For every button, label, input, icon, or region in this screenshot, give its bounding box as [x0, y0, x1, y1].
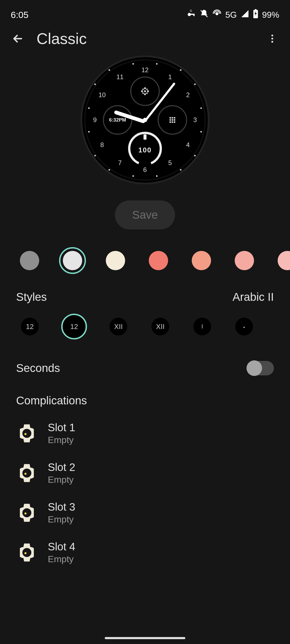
- hotspot-icon: [212, 9, 222, 20]
- complication-slot-value: Empty: [48, 435, 75, 445]
- complication-slot-1[interactable]: Slot 1Empty: [0, 414, 290, 453]
- styles-section-header: Styles Arabic II: [0, 281, 290, 310]
- battery-charging-icon: [253, 9, 258, 20]
- seconds-label: Seconds: [16, 362, 60, 375]
- svg-point-30: [22, 429, 31, 438]
- styles-label: Styles: [16, 291, 47, 303]
- color-swatch-1[interactable]: [63, 251, 82, 270]
- svg-point-31: [24, 433, 27, 435]
- color-swatch-3[interactable]: [149, 251, 168, 270]
- svg-rect-23: [172, 119, 173, 120]
- svg-rect-29: [143, 134, 146, 140]
- save-button[interactable]: Save: [115, 200, 175, 229]
- style-option-0[interactable]: 12: [21, 318, 39, 335]
- watch-slot-icon: [19, 462, 35, 484]
- color-swatch-row: [0, 240, 290, 281]
- svg-rect-2: [193, 14, 195, 16]
- color-swatch-6[interactable]: [278, 251, 290, 270]
- style-option-label: ·: [242, 321, 245, 333]
- seconds-row[interactable]: Seconds: [0, 349, 290, 388]
- svg-point-12: [144, 93, 146, 95]
- svg-rect-19: [169, 117, 171, 118]
- center-pin: [143, 118, 147, 122]
- preview-battery-value: 100: [138, 146, 151, 154]
- style-option-4[interactable]: I: [193, 318, 211, 335]
- complication-slot-title: Slot 4: [48, 541, 75, 553]
- back-button[interactable]: [10, 31, 26, 47]
- overflow-menu-button[interactable]: [264, 31, 280, 47]
- svg-point-36: [22, 548, 31, 557]
- svg-rect-20: [172, 117, 173, 118]
- network-type-label: 5G: [225, 10, 237, 20]
- complications-list: Slot 1EmptySlot 2EmptySlot 3EmptySlot 4E…: [0, 414, 290, 572]
- svg-point-11: [144, 87, 146, 89]
- complication-bottom-battery: 100: [126, 130, 164, 167]
- notifications-off-icon: [200, 9, 209, 20]
- cell-signal-icon: [241, 9, 249, 20]
- watch-dial: 12 1 2 3 4 5 6 7 8 9 10 11: [84, 59, 206, 181]
- complication-slot-title: Slot 1: [48, 422, 75, 434]
- watch-face-preview: 12 1 2 3 4 5 6 7 8 9 10 11: [0, 53, 290, 184]
- complication-slot-value: Empty: [48, 554, 75, 564]
- gesture-nav-bar: [105, 637, 185, 639]
- svg-point-8: [271, 38, 273, 39]
- styles-selected-name: Arabic II: [233, 291, 274, 303]
- color-swatch-4[interactable]: [192, 251, 211, 270]
- battery-percent-label: 99%: [262, 10, 279, 20]
- svg-point-33: [24, 473, 27, 475]
- app-bar: Classic: [0, 24, 290, 53]
- color-swatch-5[interactable]: [235, 251, 254, 270]
- color-swatch-0[interactable]: [20, 251, 39, 270]
- status-icons: G 5G 99%: [186, 9, 279, 21]
- svg-point-18: [146, 93, 148, 94]
- style-option-label: XII: [114, 323, 123, 331]
- vpn-key-icon: G: [186, 9, 196, 21]
- svg-point-4: [216, 13, 218, 15]
- seconds-toggle[interactable]: [247, 361, 274, 375]
- toggle-knob: [247, 360, 262, 376]
- style-option-label: I: [201, 323, 203, 330]
- complication-slot-title: Slot 3: [48, 501, 75, 513]
- svg-point-34: [22, 508, 31, 517]
- complication-slot-4[interactable]: Slot 4Empty: [0, 533, 290, 572]
- style-option-label: 12: [26, 323, 34, 331]
- status-time: 6:05: [11, 10, 28, 20]
- complication-slot-3[interactable]: Slot 3Empty: [0, 493, 290, 533]
- svg-point-9: [271, 41, 273, 43]
- svg-point-16: [146, 89, 148, 90]
- style-option-2[interactable]: XII: [110, 318, 127, 335]
- complication-top: [130, 76, 160, 106]
- watch-slot-icon: [19, 423, 35, 444]
- svg-point-35: [24, 513, 27, 515]
- style-option-5[interactable]: ·: [235, 318, 253, 335]
- complication-slot-value: Empty: [48, 514, 75, 525]
- svg-rect-22: [169, 119, 171, 120]
- preview-time-text: 6:32PM: [109, 117, 126, 123]
- svg-point-0: [188, 13, 191, 16]
- svg-text:G: G: [190, 9, 192, 12]
- style-option-3[interactable]: XII: [151, 318, 169, 335]
- color-swatch-2[interactable]: [106, 251, 125, 270]
- svg-point-32: [22, 469, 31, 477]
- svg-rect-24: [174, 119, 175, 120]
- style-option-1[interactable]: 12: [63, 315, 85, 338]
- svg-rect-26: [172, 121, 173, 123]
- watch-face: 12 1 2 3 4 5 6 7 8 9 10 11: [81, 56, 209, 184]
- watch-slot-icon: [19, 502, 35, 524]
- status-bar: 6:05 G 5G 99%: [0, 0, 290, 24]
- style-option-label: 12: [70, 323, 78, 331]
- svg-point-37: [24, 552, 27, 554]
- svg-point-10: [144, 90, 146, 92]
- svg-rect-21: [174, 117, 175, 118]
- svg-point-17: [142, 93, 144, 94]
- svg-rect-27: [174, 121, 175, 123]
- style-option-label: XII: [156, 323, 165, 331]
- complication-slot-title: Slot 2: [48, 461, 75, 473]
- watch-slot-icon: [19, 542, 35, 563]
- svg-point-15: [142, 89, 144, 90]
- svg-point-13: [141, 90, 143, 92]
- svg-point-14: [147, 90, 149, 92]
- complication-slot-2[interactable]: Slot 2Empty: [0, 453, 290, 493]
- complications-header: Complications: [0, 388, 290, 414]
- svg-rect-6: [255, 9, 256, 10]
